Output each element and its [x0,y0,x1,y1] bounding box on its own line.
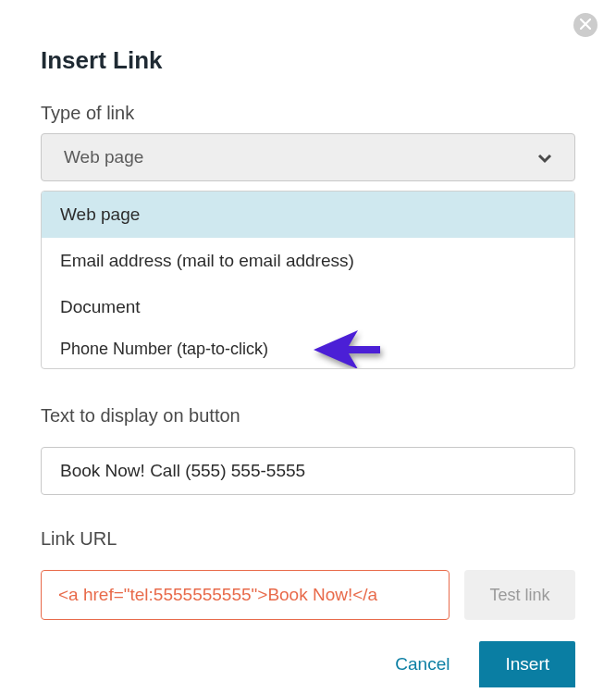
insert-link-dialog: Insert Link Type of link Web page Web pa… [0,0,616,620]
type-of-link-label: Type of link [41,103,575,124]
type-of-link-select-wrapper: Web page Web page Email address (mail to… [41,133,575,181]
dropdown-option-web-page[interactable]: Web page [42,192,574,238]
chevron-down-icon [537,150,552,165]
text-display-label: Text to display on button [41,405,575,427]
type-of-link-select[interactable]: Web page [41,133,575,181]
dropdown-option-label: Phone Number (tap-to-click) [60,340,268,358]
dropdown-option-phone[interactable]: Phone Number (tap-to-click) [42,330,574,368]
svg-marker-0 [314,330,380,369]
dropdown-option-label: Document [60,297,141,316]
insert-button[interactable]: Insert [479,641,575,687]
annotation-arrow-icon [314,330,380,369]
dialog-footer: Cancel Insert [391,641,575,693]
cancel-button[interactable]: Cancel [391,645,453,684]
type-of-link-selected-value: Web page [64,147,143,167]
dropdown-option-label: Web page [60,204,140,224]
link-url-input[interactable] [41,570,450,620]
close-button[interactable] [573,13,598,37]
dialog-title: Insert Link [41,46,575,75]
dropdown-option-label: Email address (mail to email address) [60,251,354,270]
link-url-label: Link URL [41,528,575,550]
test-link-button[interactable]: Test link [464,570,575,620]
link-url-row: Test link [41,570,575,620]
type-of-link-dropdown: Web page Email address (mail to email ad… [41,191,575,369]
close-icon [580,17,591,33]
dropdown-option-email[interactable]: Email address (mail to email address) [42,238,574,284]
text-display-input[interactable] [41,447,575,495]
dropdown-option-document[interactable]: Document [42,284,574,330]
